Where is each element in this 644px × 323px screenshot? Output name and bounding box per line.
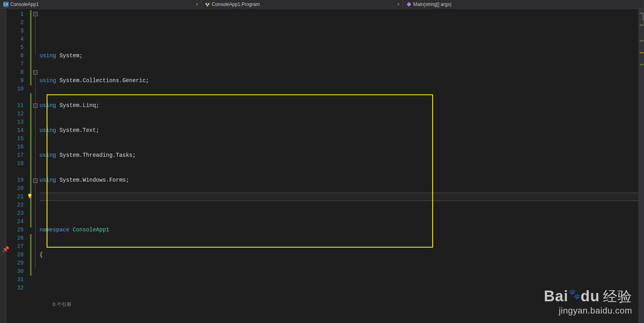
svg-rect-5 (407, 2, 411, 6)
fold-toggle[interactable]: − (33, 178, 38, 183)
crumb-file[interactable]: C# ConsoleApp1 ▾ (0, 0, 201, 8)
fold-column: − − − − (33, 9, 40, 323)
method-icon (406, 2, 412, 7)
svg-rect-2 (205, 3, 207, 5)
svg-rect-4 (207, 5, 208, 6)
fold-toggle[interactable]: − (33, 103, 38, 108)
csharp-file-icon: C# (3, 2, 9, 7)
fold-toggle[interactable]: − (33, 70, 38, 75)
codelens-refs[interactable]: 0 个引用 (53, 302, 71, 307)
crumb-class-label: ConsoleApp1.Program (212, 2, 260, 7)
crumb-method[interactable]: Main(string[] args) (403, 0, 644, 8)
change-marker-column: 💡 (28, 9, 33, 323)
svg-text:C#: C# (4, 2, 8, 6)
code-content[interactable]: using System; using System.Collections.G… (40, 9, 638, 323)
current-line-highlight (40, 193, 638, 201)
line-number-gutter: 1 2 3 4 5 6 7 8 9 10 11 12 13 14 15 16 1… (6, 9, 28, 323)
pin-icon[interactable]: 📌 (2, 246, 9, 253)
overview-ruler[interactable] (638, 9, 644, 323)
class-icon (205, 2, 210, 7)
breadcrumb-bar: C# ConsoleApp1 ▾ ConsoleApp1.Program ▾ M… (0, 0, 644, 9)
code-editor[interactable]: 1 2 3 4 5 6 7 8 9 10 11 12 13 14 15 16 1… (6, 9, 644, 323)
crumb-class[interactable]: ConsoleApp1.Program ▾ (201, 0, 403, 8)
crumb-file-label: ConsoleApp1 (10, 2, 39, 7)
chevron-down-icon: ▾ (196, 2, 198, 6)
yellow-highlight-box (47, 94, 433, 248)
fold-toggle[interactable]: − (33, 12, 38, 16)
lightbulb-icon[interactable]: 💡 (27, 193, 32, 199)
svg-rect-3 (208, 3, 209, 5)
editor-wrap: 1 2 3 4 5 6 7 8 9 10 11 12 13 14 15 16 1… (0, 9, 644, 323)
left-margin (0, 9, 6, 323)
chevron-down-icon: ▾ (397, 2, 399, 6)
crumb-method-label: Main(string[] args) (413, 2, 452, 7)
